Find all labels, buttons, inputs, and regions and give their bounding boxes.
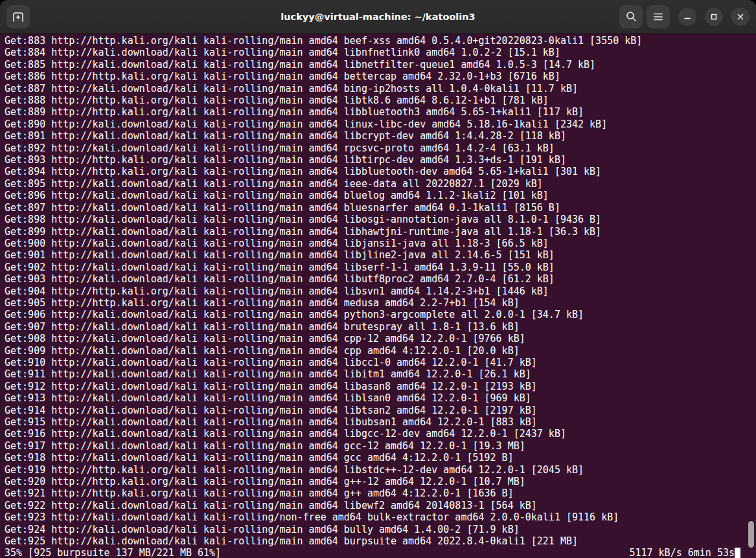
hamburger-menu-icon — [653, 12, 663, 21]
terminal-window: luckyy@virtual-machine: ~/katoolin3 — [0, 0, 756, 558]
maximize-button[interactable] — [705, 8, 723, 26]
terminal-line: Get:888 http://http.kali.org/kali kali-r… — [5, 95, 756, 106]
terminal-line: Get:886 http://http.kali.org/kali kali-r… — [5, 71, 756, 82]
terminal-line: Get:913 http://kali.download/kali kali-r… — [5, 392, 756, 404]
terminal-line: Get:914 http://kali.download/kali kali-r… — [5, 405, 756, 416]
terminal-line: Get:919 http://http.kali.org/kali kali-r… — [5, 464, 756, 476]
terminal-line: Get:922 http://kali.download/kali kali-r… — [5, 500, 756, 511]
terminal-line: Get:897 http://kali.download/kali kali-r… — [5, 202, 756, 214]
new-tab-button[interactable] — [6, 5, 30, 28]
terminal-line: Get:889 http://http.kali.org/kali kali-r… — [5, 106, 756, 118]
maximize-icon — [710, 13, 718, 21]
search-icon — [626, 11, 637, 22]
terminal-output: Get:883 http://http.kali.org/kali kali-r… — [5, 35, 756, 547]
close-icon — [737, 13, 744, 21]
terminal-line: Get:887 http://kali.download/kali kali-r… — [5, 83, 756, 95]
terminal-line: Get:894 http://http.kali.org/kali kali-r… — [5, 166, 756, 177]
terminal-line: Get:903 http://kali.download/kali kali-r… — [5, 273, 756, 285]
terminal-line: Get:893 http://http.kali.org/kali kali-r… — [5, 154, 756, 166]
terminal-line: Get:910 http://kali.download/kali kali-r… — [5, 357, 756, 368]
minimize-icon — [683, 13, 691, 21]
terminal-line: Get:917 http://kali.download/kali kali-r… — [5, 440, 756, 452]
menu-button[interactable] — [647, 5, 670, 28]
terminal-line: Get:898 http://kali.download/kali kali-r… — [5, 214, 756, 225]
close-button[interactable] — [731, 8, 750, 26]
terminal-line: Get:909 http://kali.download/kali kali-r… — [5, 345, 756, 357]
terminal-body[interactable]: Get:883 http://http.kali.org/kali kali-r… — [0, 34, 756, 558]
apt-progress-line: 35% [925 burpsuite 137 MB/221 MB 61%] 51… — [5, 547, 756, 558]
titlebar[interactable]: luckyy@virtual-machine: ~/katoolin3 — [0, 0, 756, 34]
terminal-line: Get:907 http://kali.download/kali kali-r… — [5, 321, 756, 333]
terminal-line: Get:890 http://kali.download/kali kali-r… — [5, 118, 756, 130]
terminal-line: Get:905 http://http.kali.org/kali kali-r… — [5, 297, 756, 309]
terminal-line: Get:924 http://kali.download/kali kali-r… — [5, 524, 756, 535]
terminal-line: Get:908 http://kali.download/kali kali-r… — [5, 333, 756, 344]
terminal-line: Get:921 http://http.kali.org/kali kali-r… — [5, 487, 756, 499]
terminal-line: Get:912 http://kali.download/kali kali-r… — [5, 381, 756, 392]
terminal-line: Get:891 http://kali.download/kali kali-r… — [5, 130, 756, 142]
terminal-cursor — [735, 548, 740, 558]
terminal-line: Get:901 http://kali.download/kali kali-r… — [5, 249, 756, 261]
terminal-line: Get:920 http://http.kali.org/kali kali-r… — [5, 476, 756, 487]
terminal-line: Get:892 http://kali.download/kali kali-r… — [5, 142, 756, 154]
terminal-line: Get:884 http://kali.download/kali kali-r… — [5, 47, 756, 58]
terminal-line: Get:904 http://http.kali.org/kali kali-r… — [5, 285, 756, 297]
terminal-line: Get:902 http://kali.download/kali kali-r… — [5, 262, 756, 273]
terminal-line: Get:883 http://http.kali.org/kali kali-r… — [5, 35, 756, 47]
scrollbar-thumb[interactable] — [748, 521, 754, 548]
terminal-line: Get:918 http://kali.download/kali kali-r… — [5, 452, 756, 463]
terminal-line: Get:896 http://kali.download/kali kali-r… — [5, 190, 756, 201]
minimize-button[interactable] — [678, 8, 696, 26]
terminal-line: Get:895 http://kali.download/kali kali-r… — [5, 178, 756, 190]
apt-progress-speed: 5117 kB/s 6min 53s — [629, 547, 735, 558]
terminal-line: Get:906 http://kali.download/kali kali-r… — [5, 309, 756, 320]
terminal-line: Get:885 http://kali.download/kali kali-r… — [5, 59, 756, 71]
apt-progress-left: 35% [925 burpsuite 137 MB/221 MB 61%] — [5, 547, 221, 558]
terminal-line: Get:916 http://kali.download/kali kali-r… — [5, 428, 756, 440]
terminal-line: Get:899 http://kali.download/kali kali-r… — [5, 226, 756, 238]
terminal-line: Get:900 http://kali.download/kali kali-r… — [5, 238, 756, 249]
new-tab-icon — [12, 12, 24, 22]
search-button[interactable] — [619, 5, 643, 28]
terminal-line: Get:923 http://kali.download/kali kali-r… — [5, 511, 756, 523]
terminal-line: Get:925 http://kali.download/kali kali-r… — [5, 535, 756, 547]
terminal-line: Get:911 http://kali.download/kali kali-r… — [5, 368, 756, 380]
terminal-line: Get:915 http://kali.download/kali kali-r… — [5, 416, 756, 428]
